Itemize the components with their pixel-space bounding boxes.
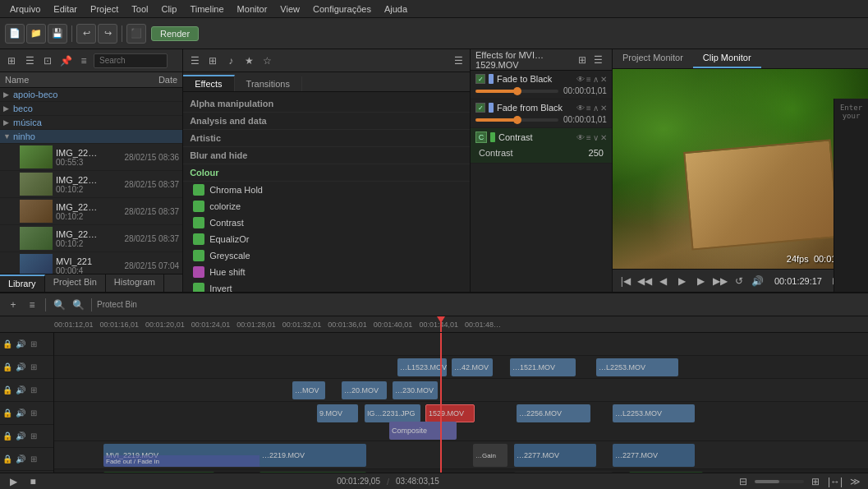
timeline-play-btn[interactable]: ▶ bbox=[5, 473, 21, 490]
capture-button[interactable]: ⬛ bbox=[126, 24, 146, 44]
clip-block-audio[interactable]: …2277.MOV.Gain bbox=[514, 472, 613, 473]
play-back-btn[interactable]: ◀◀ bbox=[636, 273, 653, 289]
clip-block-audio[interactable]: MVI_2219.MOV bbox=[103, 472, 214, 473]
tab-project-monitor[interactable]: Project Monitor bbox=[613, 49, 693, 68]
tab-clip-monitor[interactable]: Clip Monitor bbox=[693, 49, 761, 68]
step-forward-btn[interactable]: ▶ bbox=[693, 273, 710, 289]
track-options-icon[interactable]: ⊞ bbox=[28, 339, 39, 350]
clip-block-composite[interactable]: Composite bbox=[389, 422, 457, 440]
settings-icon[interactable]: ≡ bbox=[586, 104, 591, 113]
render-button[interactable]: Render bbox=[151, 26, 199, 41]
expand-icon[interactable]: ∧ bbox=[593, 104, 599, 113]
effect-slider[interactable] bbox=[475, 90, 558, 93]
effects-expand-btn[interactable]: ⊞ bbox=[574, 52, 590, 68]
clip-block[interactable]: …20.MOV bbox=[342, 381, 387, 399]
effect-enable-check[interactable]: ✓ bbox=[475, 74, 485, 84]
play-forward-btn[interactable]: ▶▶ bbox=[712, 273, 728, 289]
clip-block[interactable]: …Gain bbox=[473, 444, 507, 467]
redo-button[interactable]: ↪ bbox=[98, 24, 117, 44]
pin-btn[interactable]: 📌 bbox=[57, 53, 74, 69]
timeline-menu-btn[interactable]: ≡ bbox=[24, 297, 40, 313]
expand-icon[interactable]: ∨ bbox=[593, 133, 599, 142]
timeline-zoom-slider-btn[interactable]: ⊟ bbox=[735, 473, 751, 490]
lock-icon[interactable]: 🔒 bbox=[2, 408, 13, 419]
slider-handle[interactable] bbox=[513, 87, 521, 95]
menu-view[interactable]: View bbox=[273, 2, 306, 16]
clip-block[interactable]: …1521.MOV bbox=[510, 358, 576, 376]
tab-histogram[interactable]: Histogram bbox=[106, 274, 164, 292]
tree-folder-beco[interactable]: ▶ beco bbox=[0, 102, 182, 116]
grid-btn[interactable]: ⊞ bbox=[204, 53, 221, 69]
clip-block-active[interactable]: 1529.MOV bbox=[425, 404, 475, 422]
effect-item-hue-shift[interactable]: Hue shift bbox=[183, 264, 470, 280]
slider-handle[interactable] bbox=[513, 116, 521, 124]
effect-item-colorize[interactable]: colorize bbox=[183, 198, 470, 215]
eye-icon[interactable]: 👁 bbox=[576, 104, 585, 113]
effect-item-greyscale[interactable]: Greyscale bbox=[183, 247, 470, 264]
clip-block[interactable]: …2256.MOV bbox=[517, 404, 590, 422]
icon-view-btn[interactable]: ⊡ bbox=[39, 53, 56, 69]
menu-editar[interactable]: Editar bbox=[47, 2, 84, 16]
lock-icon[interactable]: 🔒 bbox=[2, 385, 13, 396]
menu-clip[interactable]: Clip bbox=[154, 2, 183, 16]
play-btn[interactable]: ▶ bbox=[674, 273, 691, 289]
zoom-in-btn[interactable]: 🔍 bbox=[70, 297, 86, 313]
audio-icon[interactable]: 🔊 bbox=[15, 454, 26, 465]
expand-icon[interactable]: ∧ bbox=[593, 75, 599, 84]
effect-slider[interactable] bbox=[475, 118, 558, 122]
undo-button[interactable]: ↩ bbox=[76, 24, 96, 44]
lock-icon[interactable]: 🔒 bbox=[2, 431, 13, 442]
tree-folder-ninho[interactable]: ▼ ninho bbox=[0, 130, 182, 144]
clip-block[interactable]: …2277.MOV bbox=[613, 444, 695, 467]
more-btn[interactable]: ≫ bbox=[847, 473, 863, 490]
effects-close-btn[interactable]: ☰ bbox=[590, 52, 607, 68]
save-button[interactable]: 💾 bbox=[48, 24, 67, 44]
track-options-icon[interactable]: ⊞ bbox=[28, 454, 39, 465]
tree-item[interactable]: IMG_22… 00:55:3 28/02/15 08:36 bbox=[0, 144, 182, 171]
settings-icon[interactable]: ≡ bbox=[586, 75, 591, 84]
star2-btn[interactable]: ☆ bbox=[259, 53, 275, 69]
lock-icon[interactable]: 🔒 bbox=[2, 339, 13, 350]
delete-icon[interactable]: ✕ bbox=[600, 133, 607, 142]
search-input[interactable] bbox=[94, 53, 168, 68]
new-folder-btn[interactable]: ⊞ bbox=[3, 53, 20, 69]
tree-folder-apoio-beco[interactable]: ▶ apoio-beco bbox=[0, 88, 182, 102]
list-btn[interactable]: ☰ bbox=[186, 53, 203, 69]
volume-btn[interactable]: 🔊 bbox=[750, 273, 766, 289]
timeline-stop-btn[interactable]: ■ bbox=[25, 473, 41, 490]
clip-block[interactable]: …L1523.MOV bbox=[397, 358, 447, 376]
menu-configuracoes[interactable]: Configurações bbox=[306, 2, 378, 16]
menu-tool[interactable]: Tool bbox=[125, 2, 154, 16]
clip-block[interactable]: IG…2231.JPG bbox=[365, 404, 420, 422]
audio-icon[interactable]: 🔊 bbox=[15, 339, 26, 350]
track-options-icon[interactable]: ⊞ bbox=[28, 362, 39, 373]
clip-block[interactable]: 9.MOV bbox=[317, 404, 358, 422]
lock-icon[interactable]: 🔒 bbox=[2, 454, 13, 465]
menu-btn[interactable]: ≡ bbox=[76, 53, 92, 69]
menu-monitor[interactable]: Monitor bbox=[231, 2, 274, 16]
lock-icon[interactable]: 🔒 bbox=[2, 362, 13, 373]
clip-block-audio[interactable]: …2277.MOV bbox=[629, 472, 703, 473]
track-options-icon[interactable]: ⊞ bbox=[28, 408, 39, 419]
star-btn[interactable]: ★ bbox=[241, 53, 257, 69]
clip-block[interactable]: …MOV bbox=[292, 381, 325, 399]
delete-icon[interactable]: ✕ bbox=[600, 75, 607, 84]
eye-icon[interactable]: 👁 bbox=[576, 75, 585, 84]
clip-block[interactable]: …2277.MOV bbox=[514, 444, 596, 467]
menu-arquivo[interactable]: Arquivo bbox=[3, 2, 47, 16]
settings-icon[interactable]: ≡ bbox=[586, 133, 591, 142]
list-view-btn[interactable]: ☰ bbox=[21, 53, 38, 69]
tree-item[interactable]: MVI_221 00:00:4 28/02/15 07:04 bbox=[0, 252, 182, 274]
snap-btn[interactable]: |↔| bbox=[827, 473, 843, 490]
clip-block[interactable]: …230.MOV bbox=[393, 381, 438, 399]
timeline-zoom-plus-btn[interactable]: ⊞ bbox=[807, 473, 824, 490]
clip-block[interactable]: …2219.MOV bbox=[259, 444, 366, 467]
tree-item[interactable]: IMG_22… 00:10:2 28/02/15 08:37 bbox=[0, 225, 182, 252]
clip-block[interactable]: …42.MOV bbox=[452, 358, 493, 376]
effect-item-contrast[interactable]: Contrast bbox=[183, 215, 470, 231]
clip-block[interactable]: …L2253.MOV bbox=[596, 358, 678, 376]
track-options-icon[interactable]: ⊞ bbox=[28, 385, 39, 396]
effect-item-invert[interactable]: Invert bbox=[183, 280, 470, 292]
effect-item-equalizor[interactable]: EqualizOr bbox=[183, 231, 470, 247]
eye-icon[interactable]: 👁 bbox=[576, 133, 585, 142]
